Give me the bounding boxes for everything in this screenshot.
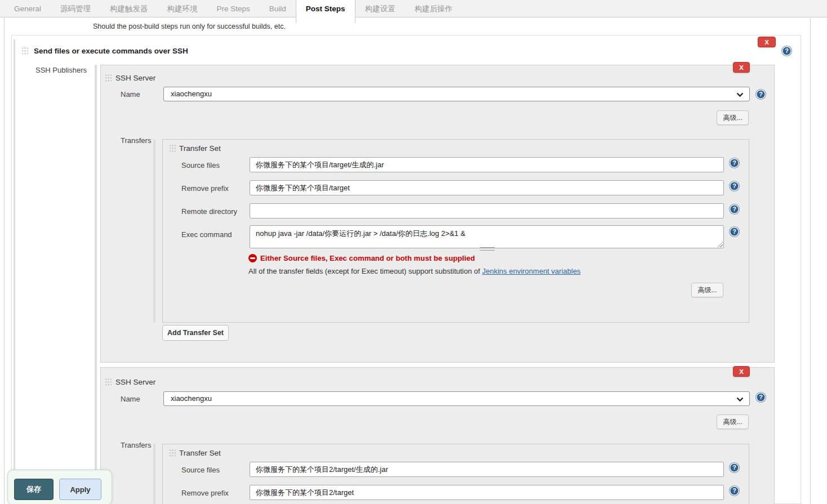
transfers-divider-line (153, 139, 155, 323)
tab-build-settings[interactable]: 构建设置 (355, 0, 405, 17)
validation-error-message: Either Source files, Exec command or bot… (260, 254, 475, 262)
help-icon[interactable]: ? (756, 393, 766, 402)
tab-general[interactable]: General (5, 0, 51, 17)
source-files-label: Source files (181, 466, 220, 474)
chevron-down-icon (736, 397, 744, 402)
help-icon[interactable]: ? (730, 463, 739, 472)
section-indent-line (14, 39, 15, 504)
drag-handle-icon[interactable] (21, 47, 29, 55)
name-label: Name (121, 90, 140, 99)
remove-ssh-server-2-button[interactable]: X (733, 366, 750, 377)
tab-post-steps[interactable]: Post Steps (296, 0, 355, 23)
chevron-down-icon (736, 92, 744, 97)
tab-pre-steps[interactable]: Pre Steps (207, 0, 260, 17)
info-text: All of the transfer fields (except for E… (248, 267, 482, 275)
advanced-button[interactable]: 高级... (717, 414, 749, 429)
tab-build[interactable]: Build (260, 0, 296, 17)
help-icon[interactable]: ? (730, 158, 739, 168)
tab-source-code-management[interactable]: 源码管理 (51, 0, 100, 17)
remove-prefix-label: Remove prefix (181, 489, 229, 497)
source-files-label: Source files (181, 161, 220, 170)
name-label: Name (121, 395, 140, 403)
remote-directory-input[interactable] (250, 203, 724, 218)
transfer-set-2-title: Transfer Set (179, 449, 221, 457)
source-files-input[interactable] (250, 157, 724, 172)
source-files-input[interactable] (250, 462, 724, 477)
help-icon[interactable]: ? (730, 227, 739, 237)
advanced-button[interactable]: 高级... (691, 283, 723, 297)
apply-button[interactable]: Apply (59, 479, 101, 500)
transfer-set-1-title: Transfer Set (179, 144, 221, 153)
drag-handle-icon[interactable] (105, 74, 112, 82)
publishers-divider-line (95, 65, 97, 504)
ssh-server-1-name-select[interactable]: xiaochengxu (163, 87, 750, 101)
ssh-server-1-title: SSH Server (115, 74, 155, 82)
save-button[interactable]: 保存 (14, 479, 54, 500)
jenkins-env-variables-link[interactable]: Jenkins environment variables (482, 267, 581, 275)
tab-post-build-actions[interactable]: 构建后操作 (405, 0, 463, 17)
help-icon[interactable]: ? (730, 181, 739, 191)
exec-command-textarea[interactable]: nohup java -jar /data/你要运行的.jar > /data/… (250, 225, 724, 248)
drag-handle-icon[interactable] (105, 378, 112, 386)
jenkins-config-page: General 源码管理 构建触发器 构建环境 Pre Steps Build … (0, 0, 827, 504)
remote-directory-label: Remote directory (181, 207, 237, 216)
ssh-publishers-label: SSH Publishers (35, 66, 87, 74)
config-tab-bar: General 源码管理 构建触发器 构建环境 Pre Steps Build … (0, 0, 827, 17)
remove-prefix-input[interactable] (250, 180, 724, 195)
add-transfer-set-button[interactable]: Add Transfer Set (162, 325, 229, 341)
remove-section-button[interactable]: X (758, 37, 776, 47)
tab-build-environment[interactable]: 构建环境 (158, 0, 207, 17)
selected-server-name: xiaochengxu (171, 90, 212, 98)
advanced-button[interactable]: 高级... (717, 110, 749, 125)
drag-handle-icon[interactable] (169, 449, 176, 457)
transfers-label: Transfers (121, 136, 151, 145)
post-steps-subtitle: Should the post-build steps run only for… (93, 23, 286, 30)
remove-prefix-label: Remove prefix (181, 184, 229, 193)
transfers-label: Transfers (121, 441, 151, 449)
ssh-server-2-name-select[interactable]: xiaochengxu (163, 391, 750, 406)
exec-command-label: Exec command (181, 230, 232, 239)
drag-handle-icon[interactable] (169, 144, 176, 153)
help-icon[interactable]: ? (730, 204, 739, 214)
textarea-resize-handle[interactable] (717, 241, 723, 247)
remove-ssh-server-1-button[interactable]: X (733, 62, 750, 73)
help-icon[interactable]: ? (782, 46, 792, 56)
ssh-server-2-title: SSH Server (115, 378, 155, 386)
selected-server-name: xiaochengxu (171, 394, 212, 403)
error-icon (248, 254, 257, 262)
section-title: Send files or execute commands over SSH (34, 47, 188, 55)
help-icon[interactable]: ? (756, 90, 766, 99)
transfer-fields-info: All of the transfer fields (except for E… (248, 267, 581, 275)
textarea-drag-grip[interactable] (480, 247, 495, 251)
remove-prefix-input[interactable] (250, 485, 724, 500)
help-icon[interactable]: ? (730, 486, 739, 496)
tab-build-triggers[interactable]: 构建触发器 (100, 0, 158, 17)
transfers-divider-line (153, 444, 155, 504)
